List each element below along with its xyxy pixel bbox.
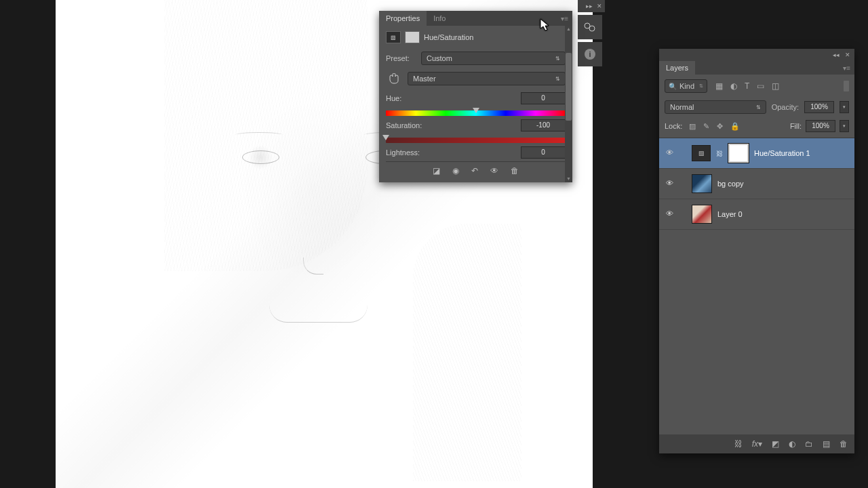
layers-close-icon[interactable]: ✕	[845, 52, 850, 58]
layer-list: 👁 ▧ ⛓ Hue/Saturation 1 👁 bg copy 👁 Layer…	[659, 138, 854, 230]
svg-text:i: i	[589, 50, 591, 58]
dock-collapse-icon[interactable]: ▸▸	[586, 3, 593, 9]
lock-label: Lock:	[665, 122, 682, 130]
lightness-label: Lightness:	[386, 148, 420, 157]
layer-mask-thumbnail[interactable]	[728, 144, 749, 163]
hue-slider[interactable]	[386, 107, 566, 115]
saturation-label: Saturation:	[386, 121, 422, 129]
opacity-flyout-button[interactable]: ▾	[840, 101, 849, 113]
mini-dock: ▸▸ ✕ i	[578, 0, 605, 66]
new-layer-button[interactable]: ▤	[823, 439, 830, 449]
properties-panel: Properties Info ▾≡ ▧ Hue/Saturation Pres…	[379, 11, 572, 182]
opacity-input[interactable]: 100%	[804, 101, 834, 113]
svg-point-1	[589, 26, 595, 31]
layers-panel-menu-icon[interactable]: ▾≡	[843, 64, 850, 72]
adjustment-title: Hue/Saturation	[424, 33, 473, 41]
filter-pixel-icon[interactable]: ▦	[715, 81, 723, 91]
filter-type-icon[interactable]: T	[745, 81, 749, 91]
panel-menu-icon[interactable]: ▾≡	[561, 15, 568, 22]
properties-footer: ◪ ◉ ↶ 👁 🗑	[386, 161, 566, 178]
scroll-down-icon[interactable]: ▼	[565, 176, 572, 182]
chevron-updown-icon: ⇅	[555, 56, 560, 62]
layer-thumbnail[interactable]	[692, 174, 712, 193]
lock-transparency-icon[interactable]: ▨	[689, 122, 696, 131]
scroll-thumb[interactable]	[566, 53, 572, 121]
dock-close-icon[interactable]: ✕	[597, 3, 602, 9]
filter-smartobj-icon[interactable]: ◫	[772, 81, 779, 91]
chevron-updown-icon: ⇅	[756, 104, 761, 110]
opacity-label: Opacity:	[772, 103, 799, 111]
mask-thumb-icon	[405, 31, 420, 43]
info-icon: i	[584, 48, 596, 60]
link-layers-button[interactable]: ⛓	[734, 439, 743, 449]
layer-item-layer0[interactable]: 👁 Layer 0	[659, 199, 854, 230]
layers-footer: ⛓ fx▾ ◩ ◐ 🗀 ▤ 🗑	[659, 434, 854, 453]
new-group-button[interactable]: 🗀	[805, 439, 813, 449]
reset-button[interactable]: ↶	[471, 166, 478, 176]
adjustment-thumbnail[interactable]: ▧	[692, 145, 711, 161]
tab-properties[interactable]: Properties	[379, 11, 427, 26]
saturation-slider-thumb[interactable]	[382, 135, 389, 140]
layer-thumbnail[interactable]	[692, 205, 712, 224]
hue-input[interactable]: 0	[521, 92, 566, 104]
properties-scrollbar[interactable]: ▲ ▼	[565, 26, 572, 182]
layers-collapse-icon[interactable]: ◂◂	[833, 52, 840, 58]
clip-to-layer-button[interactable]: ◪	[433, 166, 440, 176]
toggle-visibility-button[interactable]: 👁	[490, 166, 498, 176]
fill-flyout-button[interactable]: ▾	[840, 120, 849, 132]
chevron-updown-icon: ⇅	[555, 76, 560, 82]
search-icon: 🔍	[669, 83, 677, 90]
chevron-updown-icon: ⇅	[699, 83, 703, 89]
layer-item-hue-saturation[interactable]: 👁 ▧ ⛓ Hue/Saturation 1	[659, 138, 854, 169]
visibility-toggle[interactable]: 👁	[665, 148, 674, 158]
channel-value: Master	[413, 75, 436, 83]
targeted-adjust-tool[interactable]	[386, 72, 402, 85]
filter-kind-label: Kind	[679, 82, 694, 90]
blend-mode-value: Normal	[670, 103, 694, 111]
filter-toggle[interactable]	[844, 81, 849, 92]
preset-select[interactable]: Custom ⇅	[421, 52, 566, 65]
layer-filter-bar: 🔍 Kind ⇅ ▦ ◐ T ▭ ◫	[659, 75, 854, 98]
channel-select[interactable]: Master ⇅	[408, 72, 566, 85]
saturation-input[interactable]: -100	[521, 119, 566, 131]
blend-mode-select[interactable]: Normal ⇅	[665, 100, 766, 114]
scroll-up-icon[interactable]: ▲	[565, 26, 572, 33]
add-mask-button[interactable]: ◩	[772, 439, 779, 449]
info-dock-button[interactable]: i	[578, 42, 602, 66]
lock-pixels-icon[interactable]: ✎	[703, 122, 709, 131]
properties-body: ▧ Hue/Saturation Preset: Custom ⇅ Master…	[379, 26, 572, 182]
layers-panel: ◂◂ ✕ Layers ▾≡ 🔍 Kind ⇅ ▦ ◐ T ▭ ◫ Normal…	[659, 49, 854, 453]
hue-label: Hue:	[386, 94, 401, 102]
delete-adjustment-button[interactable]: 🗑	[511, 166, 519, 176]
adjustment-thumb-icon: ▧	[386, 31, 401, 43]
filter-kind-select[interactable]: 🔍 Kind ⇅	[665, 79, 707, 93]
layer-name[interactable]: Hue/Saturation 1	[754, 149, 810, 157]
layer-name[interactable]: Layer 0	[717, 210, 743, 218]
link-mask-icon[interactable]: ⛓	[716, 150, 723, 157]
lock-all-icon[interactable]: 🔒	[730, 122, 740, 131]
visibility-toggle[interactable]: 👁	[665, 209, 674, 219]
preset-value: Custom	[427, 54, 452, 62]
fill-label: Fill:	[790, 122, 802, 130]
layer-name[interactable]: bg copy	[717, 180, 744, 188]
delete-layer-button[interactable]: 🗑	[840, 439, 848, 449]
layer-effects-button[interactable]: fx▾	[752, 439, 762, 449]
new-adjustment-button[interactable]: ◐	[789, 439, 795, 449]
saturation-slider[interactable]	[386, 134, 566, 142]
view-previous-button[interactable]: ◉	[452, 166, 459, 176]
lock-position-icon[interactable]: ✥	[717, 122, 723, 131]
lightness-input[interactable]: 0	[521, 146, 566, 159]
filter-shape-icon[interactable]: ▭	[757, 81, 764, 91]
tab-layers[interactable]: Layers	[659, 61, 695, 75]
preset-label: Preset:	[386, 54, 416, 62]
hue-slider-thumb[interactable]	[473, 108, 479, 113]
hand-icon	[388, 73, 400, 84]
layer-item-bg-copy[interactable]: 👁 bg copy	[659, 169, 854, 199]
filter-adjustment-icon[interactable]: ◐	[730, 81, 737, 91]
adjustments-icon	[583, 20, 597, 34]
tab-info[interactable]: Info	[427, 11, 452, 26]
properties-tab-bar: Properties Info ▾≡	[379, 11, 572, 26]
fill-input[interactable]: 100%	[806, 120, 835, 132]
adjustments-dock-button[interactable]	[578, 15, 602, 39]
visibility-toggle[interactable]: 👁	[665, 179, 674, 188]
